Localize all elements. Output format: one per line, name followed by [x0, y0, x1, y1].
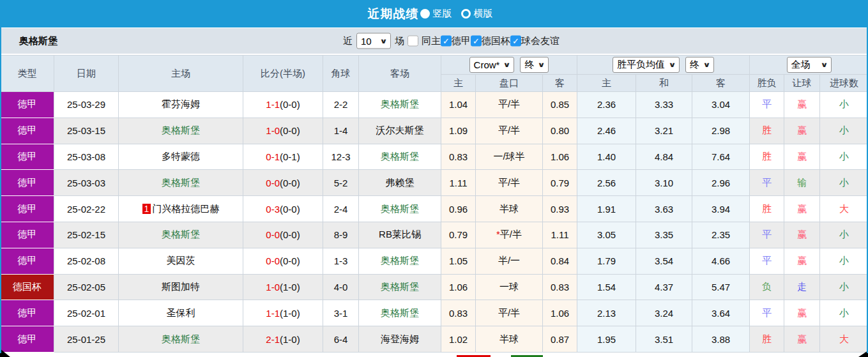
away-team-cell[interactable]: 奥格斯堡	[359, 196, 441, 222]
away-team-cell[interactable]: 奥格斯堡	[359, 92, 441, 118]
avg-draw-cell: 4.37	[636, 274, 692, 300]
avg-draw-cell: 3.33	[636, 92, 692, 118]
odds-company-select[interactable]: Crow* ∨	[469, 57, 515, 73]
away-team-cell[interactable]: 弗赖堡	[359, 170, 441, 196]
score-cell: 0-0(0-0)	[243, 222, 323, 248]
league-checkbox-cup[interactable]: ✓	[471, 36, 482, 47]
odds-time-select[interactable]: 终 ∨	[520, 57, 549, 73]
avg-home-cell: 2.13	[577, 300, 636, 326]
home-team-cell[interactable]: 圣保利	[119, 300, 243, 326]
away-team-cell[interactable]: RB莱比锡	[359, 222, 441, 248]
league-type-cell: 德甲	[1, 248, 54, 274]
home-team-cell[interactable]: 美因茨	[119, 248, 243, 274]
home-team-cell[interactable]: 霍芬海姆	[119, 92, 243, 118]
league-checkbox-bundesliga[interactable]: ✓	[441, 36, 452, 47]
filter-controls: 近 10 ∨ 场 同主 ✓ 德甲 ✓ 德国杯 ✓ 球会友谊	[343, 33, 560, 49]
avg-away-cell: 4.66	[692, 248, 750, 274]
league-type-cell: 德甲	[1, 222, 54, 248]
away-odds-cell: 0.79	[543, 170, 577, 196]
away-team-cell[interactable]: 海登海姆	[359, 326, 441, 353]
away-team-cell[interactable]: 沃尔夫斯堡	[359, 118, 441, 144]
result-cell: 负	[750, 274, 784, 300]
home-team-cell[interactable]: 1门兴格拉德巴赫	[119, 196, 243, 222]
avg-home-cell: 2.46	[577, 118, 636, 144]
corners-cell: 1-3	[323, 248, 359, 274]
recent-count-select[interactable]: 10 ∨	[356, 33, 391, 49]
home-team-cell[interactable]: 奥格斯堡	[119, 222, 243, 248]
odds-group-header: Crow* ∨ 终 ∨	[441, 56, 577, 75]
league-label-bundesliga: 德甲	[452, 35, 471, 47]
avg-draw-cell: 3.35	[636, 222, 692, 248]
result-cell: 胜	[750, 196, 784, 222]
matches-unit-label: 场	[395, 35, 404, 47]
match-row: 德甲25-03-15奥格斯堡1-0(0-0)1-4沃尔夫斯堡1.09平/半0.8…	[1, 118, 868, 144]
avg-away-cell: 3.64	[692, 300, 750, 326]
match-date-cell: 25-02-01	[54, 300, 119, 326]
avg-draw-cell: 3.10	[636, 170, 692, 196]
corners-cell: 6-4	[323, 326, 359, 353]
handicap-cell: 平/半	[476, 300, 543, 326]
handicap-result-cell: 赢	[784, 248, 820, 274]
average-type-select[interactable]: 胜平负均值 ∨	[613, 57, 680, 73]
score-cell: 1-1(1-0)	[243, 300, 323, 326]
average-time-select[interactable]: 终 ∨	[685, 57, 714, 73]
away-team-cell[interactable]: 奥格斯堡	[359, 274, 441, 300]
corners-cell: 5-2	[323, 170, 359, 196]
avg-draw-cell: 4.84	[636, 144, 692, 170]
horizontal-layout-label[interactable]: 横版	[474, 8, 493, 20]
handicap-result-cell: 赢	[784, 92, 820, 118]
goals-cell: 大	[820, 196, 868, 222]
handicap-cell: 平/半	[476, 170, 543, 196]
home-odds-cell: 1.04	[441, 92, 476, 118]
goals-cell: 小	[820, 170, 868, 196]
mouse-cursor	[0, 349, 10, 357]
home-team-cell[interactable]: 奥格斯堡	[119, 326, 243, 353]
filter-bar: 奥格斯堡 近 10 ∨ 场 同主 ✓ 德甲 ✓ 德国杯 ✓ 球会友谊	[0, 28, 868, 55]
handicap-result-cell: 输	[784, 170, 820, 196]
home-team-cell[interactable]: 斯图加特	[119, 274, 243, 300]
away-team-cell[interactable]: 奥格斯堡	[359, 300, 441, 326]
handicap-cell: *平/半	[476, 222, 543, 248]
match-row: 德甲25-01-25奥格斯堡2-1(1-0)6-4海登海姆1.02半球0.871…	[1, 326, 868, 353]
horizontal-layout-radio[interactable]	[461, 9, 471, 19]
vertical-layout-label[interactable]: 竖版	[433, 8, 452, 20]
away-odds-cell: 0.85	[543, 92, 577, 118]
subheader-odds-away: 客	[543, 75, 577, 92]
goals-cell: 小	[820, 118, 868, 144]
vertical-layout-radio[interactable]	[420, 9, 430, 19]
home-team-cell[interactable]: 奥格斯堡	[119, 170, 243, 196]
handicap-result-cell: 赢	[784, 326, 820, 353]
result-cell: 平	[750, 248, 784, 274]
home-team-cell[interactable]: 奥格斯堡	[119, 118, 243, 144]
handicap-cell: 半球	[476, 196, 543, 222]
league-label-friendly: 球会友谊	[521, 35, 560, 47]
home-odds-cell: 1.09	[441, 118, 476, 144]
match-date-cell: 25-02-05	[54, 274, 119, 300]
league-checkbox-friendly[interactable]: ✓	[510, 36, 521, 47]
away-odds-cell: 1.06	[543, 300, 577, 326]
handicap-cell: 平/半	[476, 118, 543, 144]
title-bar: 近期战绩 竖版 横版	[0, 0, 868, 28]
same-home-checkbox[interactable]	[407, 36, 418, 47]
handicap-result-cell: 赢	[784, 222, 820, 248]
away-team-cell[interactable]: 奥格斯堡	[359, 248, 441, 274]
corners-cell: 8-9	[323, 222, 359, 248]
goals-cell: 小	[820, 92, 868, 118]
home-odds-cell: 0.83	[441, 300, 476, 326]
rank-badge: 1	[142, 204, 151, 214]
away-odds-cell: 1.06	[543, 144, 577, 170]
recent-label: 近	[343, 35, 353, 47]
home-odds-cell: 1.06	[441, 274, 476, 300]
changed-odds-star: *	[496, 229, 500, 239]
handicap-result-cell: 赢	[784, 144, 820, 170]
avg-home-cell: 2.36	[577, 92, 636, 118]
league-type-cell: 德甲	[1, 196, 54, 222]
subheader-result: 胜负	[750, 75, 784, 92]
match-row: 德甲25-03-03奥格斯堡0-0(0-0)5-2弗赖堡1.11平/半0.792…	[1, 170, 868, 196]
avg-away-cell: 2.35	[692, 222, 750, 248]
home-team-cell[interactable]: 多特蒙德	[119, 144, 243, 170]
away-team-cell[interactable]: 奥格斯堡	[359, 144, 441, 170]
match-date-cell: 25-03-08	[54, 144, 119, 170]
scope-select[interactable]: 全场 ∨	[787, 57, 832, 73]
subheader-handicap: 盘口	[476, 75, 543, 92]
